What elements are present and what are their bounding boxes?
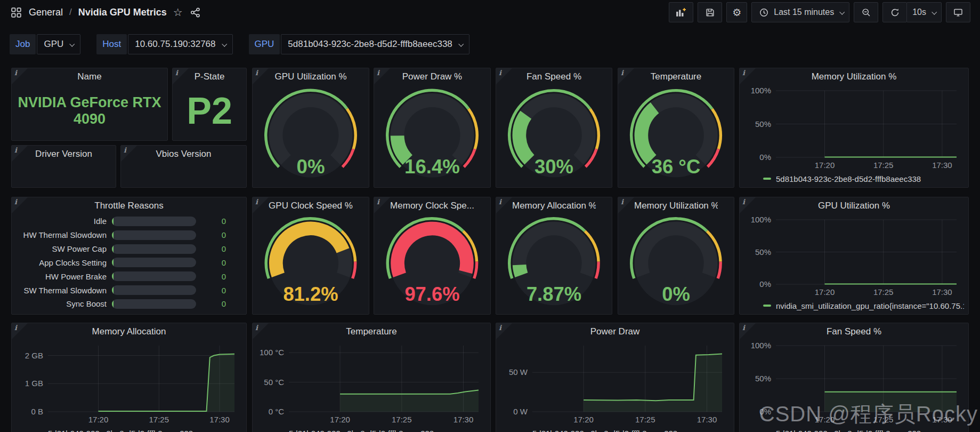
svg-text:50 W: 50 W — [509, 367, 528, 377]
svg-text:17:25: 17:25 — [392, 415, 412, 424]
variable-gpu-label: GPU — [249, 34, 280, 54]
panel-memory-utilization-gauge: i Memory Utilization % 0% — [618, 197, 734, 315]
variable-job: Job GPU — [10, 34, 80, 54]
svg-text:50%: 50% — [755, 247, 771, 257]
svg-text:100 °C: 100 °C — [260, 348, 284, 357]
fan-speed-gauge: 30% — [496, 84, 612, 186]
chevron-down-icon — [70, 41, 75, 46]
panel-info-icon[interactable]: i — [121, 146, 137, 162]
panel-title[interactable]: Memory Allocation % — [512, 197, 596, 213]
panel-info-icon[interactable]: i — [12, 323, 28, 339]
panel-title[interactable]: Throttle Reasons — [28, 197, 230, 213]
panel-info-icon[interactable]: i — [12, 197, 28, 213]
svg-text:17:25: 17:25 — [873, 161, 894, 170]
variable-host-value-dropdown[interactable]: 10.60.75.190:32768 — [128, 34, 232, 54]
panel-info-icon[interactable]: i — [12, 68, 28, 84]
throttle-bar-fill — [112, 230, 114, 240]
legend-item[interactable]: 5d81b043-923c-2be8-d5d2-fffb8aeec338 — [747, 172, 964, 185]
panel-title[interactable]: P-State — [189, 68, 230, 84]
svg-text:17:30: 17:30 — [209, 415, 230, 424]
throttle-label: HW Thermal Slowdown — [16, 230, 112, 239]
panel-title[interactable]: GPU Utilization % — [756, 197, 952, 213]
throttle-value: 0 — [196, 272, 242, 281]
legend-item[interactable]: 5d81b043-923c-2be8-d5d2-fffb8aeec338 — [19, 427, 242, 432]
panel-title[interactable]: Fan Speed % — [756, 323, 952, 339]
svg-text:17:25: 17:25 — [873, 287, 894, 297]
panel-title[interactable]: Memory Allocation — [28, 323, 230, 339]
panel-title[interactable]: Memory Clock Spe... — [390, 197, 474, 213]
panel-info-icon[interactable]: i — [496, 197, 512, 213]
monitor-icon — [952, 6, 965, 19]
svg-text:17:25: 17:25 — [149, 415, 169, 424]
panel-title[interactable]: Fan Speed % — [512, 68, 596, 84]
time-range-picker[interactable]: Last 15 minutes — [751, 2, 849, 22]
panel-info-icon[interactable]: i — [253, 197, 269, 213]
panel-title[interactable]: Power Draw — [512, 323, 718, 339]
throttle-row: App Clocks Setting0 — [16, 258, 242, 267]
variable-gpu-value-dropdown[interactable]: 5d81b043-923c-2be8-d5d2-fffb8aeec338 — [281, 34, 469, 54]
breadcrumb-section[interactable]: General — [29, 7, 63, 18]
panel-title[interactable]: Vbios Version — [137, 146, 230, 162]
dashboard-settings-button[interactable]: ⚙ — [726, 2, 747, 22]
svg-text:0 B: 0 B — [31, 407, 43, 416]
legend-item[interactable]: 5d81b043-923c-2be8-d5d2-fffb8aeec338 — [504, 427, 730, 432]
panel-info-icon[interactable]: i — [12, 146, 28, 162]
panel-title[interactable]: Temperature — [269, 323, 474, 339]
breadcrumb-separator: / — [69, 7, 72, 18]
svg-text:50 °C: 50 °C — [264, 378, 284, 387]
memory-allocation-gauge: 7.87% — [496, 213, 612, 313]
panel-memory-allocation-gauge: i Memory Allocation % 7.87% — [496, 197, 612, 315]
variable-gpu: GPU 5d81b043-923c-2be8-d5d2-fffb8aeec338 — [249, 34, 469, 54]
panel-info-icon[interactable]: i — [496, 323, 512, 339]
tv-kiosk-mode-button[interactable] — [946, 2, 970, 22]
star-favorite-icon[interactable]: ☆ — [173, 7, 183, 18]
panel-info-icon[interactable]: i — [253, 323, 269, 339]
legend-item[interactable]: nvidia_smi_utilization_gpu_ratio{instanc… — [747, 299, 964, 312]
svg-text:50%: 50% — [755, 374, 771, 383]
throttle-bar — [112, 230, 196, 240]
legend-item[interactable]: 5d81b043-923c-2be8-d5d2-fffb8aeec338 — [747, 427, 964, 432]
share-icon[interactable] — [189, 6, 202, 19]
panel-info-icon[interactable]: i — [740, 68, 756, 84]
panel-title[interactable]: GPU Clock Speed % — [269, 197, 353, 213]
refresh-button[interactable] — [882, 2, 907, 22]
variable-job-label: Job — [10, 34, 36, 54]
gpu-clock-gauge: 81.2% — [253, 213, 369, 313]
panel-temperature-gauge: i Temperature 36 °C — [618, 68, 734, 188]
add-panel-button[interactable] — [669, 2, 693, 22]
breadcrumb-title[interactable]: Nvidia GPU Metrics — [78, 7, 167, 18]
panel-title[interactable]: Driver Version — [28, 146, 100, 162]
panel-info-icon[interactable]: i — [374, 68, 390, 84]
panel-title[interactable]: Memory Utilization % — [634, 197, 718, 213]
panel-driver-version: i Driver Version — [11, 145, 116, 188]
svg-text:17:25: 17:25 — [635, 415, 655, 424]
panel-title[interactable]: Memory Utilization % — [756, 68, 952, 84]
panel-info-icon[interactable]: i — [253, 68, 269, 84]
panel-info-icon[interactable]: i — [496, 68, 512, 84]
panel-title[interactable]: Name — [28, 68, 151, 84]
legend-item[interactable]: 5d81b043-923c-2be8-d5d2-fffb8aeec338 — [260, 427, 486, 432]
panel-title[interactable]: Power Draw % — [390, 68, 474, 84]
zoom-out-time-button[interactable] — [854, 2, 878, 22]
panel-info-icon[interactable]: i — [618, 197, 634, 213]
panel-title[interactable]: GPU Utilization % — [269, 68, 353, 84]
throttle-label: Sync Boost — [16, 299, 112, 308]
panel-info-icon[interactable]: i — [618, 68, 634, 84]
variable-host: Host 10.60.75.190:32768 — [96, 34, 232, 54]
save-dashboard-button[interactable] — [698, 2, 722, 22]
panel-info-icon[interactable]: i — [374, 197, 390, 213]
svg-text:17:20: 17:20 — [573, 415, 594, 424]
panel-info-icon[interactable]: i — [740, 323, 756, 339]
dashboards-grid-icon[interactable] — [10, 6, 22, 19]
refresh-interval-picker[interactable]: 10s — [906, 2, 942, 22]
variable-host-label: Host — [96, 34, 127, 54]
panel-info-icon[interactable]: i — [740, 197, 756, 213]
panel-info-icon[interactable]: i — [173, 68, 189, 84]
throttle-bar-fill — [112, 299, 114, 309]
panel-title[interactable]: Temperature — [634, 68, 718, 84]
variable-job-value-dropdown[interactable]: GPU — [37, 34, 80, 54]
svg-text:17:20: 17:20 — [815, 415, 835, 424]
throttle-bar-fill — [112, 285, 114, 295]
throttle-row: Sync Boost0 — [16, 299, 242, 309]
throttle-value: 0 — [196, 244, 242, 253]
